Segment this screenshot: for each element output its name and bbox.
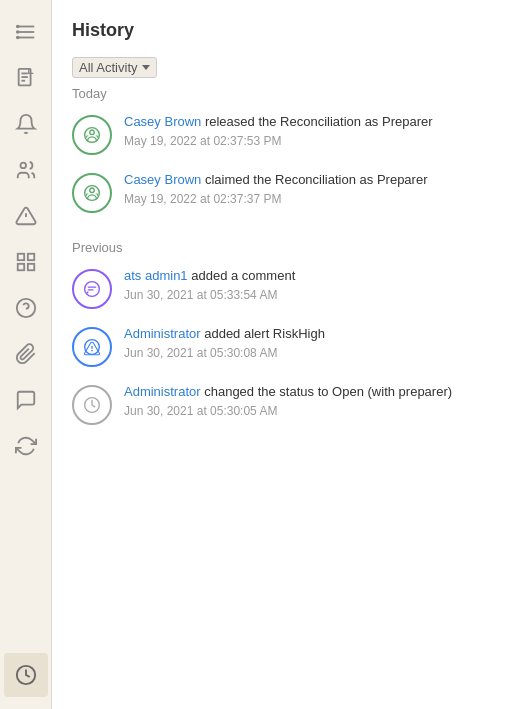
filter-bar: All Activity xyxy=(72,57,509,78)
sidebar-item-chat[interactable] xyxy=(4,378,48,422)
activity-text-3: ats admin1 added a comment Jun 30, 2021 … xyxy=(124,267,295,304)
username-2[interactable]: Casey Brown xyxy=(124,172,201,187)
activity-icon-green: ↔ xyxy=(72,115,112,155)
username-3[interactable]: ats admin1 xyxy=(124,268,188,283)
filter-label: All Activity xyxy=(79,60,138,75)
sidebar-bottom xyxy=(4,653,48,699)
section-previous: Previous xyxy=(72,240,509,255)
chevron-down-icon xyxy=(142,65,150,70)
svg-rect-15 xyxy=(17,264,23,270)
username[interactable]: Casey Brown xyxy=(124,114,201,129)
svg-point-24 xyxy=(90,188,95,193)
action-text-2: claimed the Reconciliation as Preparer xyxy=(201,172,427,187)
sidebar-item-list[interactable] xyxy=(4,10,48,54)
username-5[interactable]: Administrator xyxy=(124,384,201,399)
activity-icon-blue xyxy=(72,327,112,367)
timestamp-4: Jun 30, 2021 at 05:30:08 AM xyxy=(124,345,325,362)
action-text: released the Reconciliation as Preparer xyxy=(201,114,432,129)
sidebar-item-attachment[interactable] xyxy=(4,332,48,376)
section-today: Today xyxy=(72,86,509,101)
svg-point-10 xyxy=(20,163,26,169)
activity-icon-gray xyxy=(72,385,112,425)
activity-item: Casey Brown claimed the Reconciliation a… xyxy=(72,171,509,213)
timestamp: May 19, 2022 at 02:37:53 PM xyxy=(124,133,433,150)
sidebar-item-grid[interactable] xyxy=(4,240,48,284)
action-text-5: changed the status to Open (with prepare… xyxy=(201,384,452,399)
activity-item: ↔ Casey Brown released the Reconciliatio… xyxy=(72,113,509,155)
page-title: History xyxy=(72,20,509,41)
main-content: History All Activity Today ↔ Casey Brown… xyxy=(52,0,529,709)
activity-text-2: Casey Brown claimed the Reconciliation a… xyxy=(124,171,427,208)
sidebar xyxy=(0,0,52,709)
sidebar-item-bell[interactable] xyxy=(4,102,48,146)
svg-rect-13 xyxy=(17,254,23,260)
svg-point-5 xyxy=(16,37,18,39)
activity-text-4: Administrator added alert RiskHigh Jun 3… xyxy=(124,325,325,362)
sidebar-item-refresh[interactable] xyxy=(4,424,48,468)
username-4[interactable]: Administrator xyxy=(124,326,201,341)
action-text-4: added alert RiskHigh xyxy=(201,326,325,341)
sidebar-item-alert[interactable] xyxy=(4,194,48,238)
activity-item-3: ats admin1 added a comment Jun 30, 2021 … xyxy=(72,267,509,309)
sidebar-item-users[interactable] xyxy=(4,148,48,192)
timestamp-5: Jun 30, 2021 at 05:30:05 AM xyxy=(124,403,452,420)
svg-rect-16 xyxy=(27,264,33,270)
timestamp-3: Jun 30, 2021 at 05:33:54 AM xyxy=(124,287,295,304)
activity-item-5: Administrator changed the status to Open… xyxy=(72,383,509,425)
svg-point-25 xyxy=(85,282,100,297)
activity-item-4: Administrator added alert RiskHigh Jun 3… xyxy=(72,325,509,367)
svg-point-28 xyxy=(92,350,93,351)
section-divider xyxy=(72,229,509,230)
timestamp-2: May 19, 2022 at 02:37:37 PM xyxy=(124,191,427,208)
filter-dropdown[interactable]: All Activity xyxy=(72,57,157,78)
action-text-3: added a comment xyxy=(188,268,296,283)
svg-point-21 xyxy=(90,130,95,135)
svg-point-3 xyxy=(16,26,18,28)
activity-icon-purple xyxy=(72,269,112,309)
svg-rect-14 xyxy=(27,254,33,260)
sidebar-item-document[interactable] xyxy=(4,56,48,100)
activity-text: Casey Brown released the Reconciliation … xyxy=(124,113,433,150)
svg-point-4 xyxy=(16,31,18,33)
activity-icon-green-2 xyxy=(72,173,112,213)
svg-text:↔: ↔ xyxy=(89,138,95,145)
sidebar-item-history[interactable] xyxy=(4,653,48,697)
activity-text-5: Administrator changed the status to Open… xyxy=(124,383,452,420)
sidebar-item-help[interactable] xyxy=(4,286,48,330)
